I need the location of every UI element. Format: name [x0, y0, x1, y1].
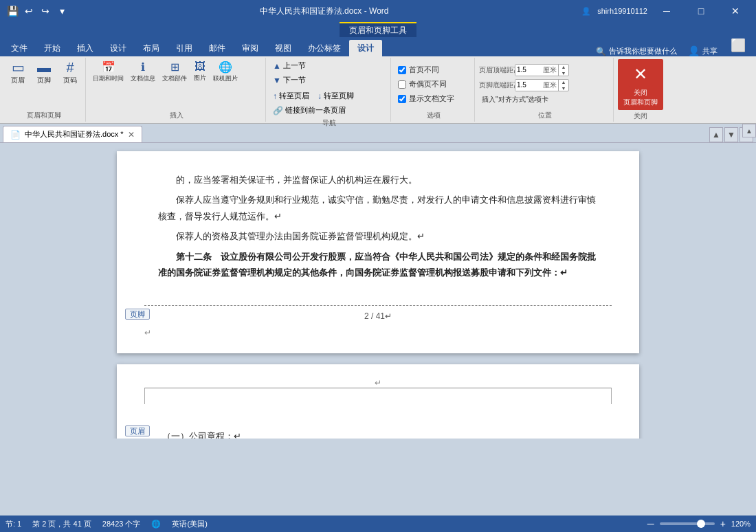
pagenum-button[interactable]: # 页码 [58, 59, 82, 87]
ribbon-tab-bar: 文件 开始 插入 设计 布局 引用 邮件 审阅 视图 办公标签 设计 🔍 告诉我… [0, 37, 756, 56]
diff-odd-even-checkbox[interactable] [398, 80, 406, 89]
share-button[interactable]: 👤 共享 [682, 45, 723, 56]
footer-pos-down[interactable]: ▼ [559, 85, 568, 91]
footer-wrapper-page1: 页脚 2 / 41↵ ↵ [117, 305, 639, 346]
maximize-button[interactable]: □ [686, 0, 716, 22]
scroll-up-button[interactable]: ▲ [709, 127, 723, 142]
goto-header-button[interactable]: ↑ 转至页眉 [270, 89, 312, 102]
tab-references[interactable]: 引用 [168, 40, 201, 56]
onlinepic-label: 联机图片 [213, 74, 238, 83]
header-pos-label: 页眉顶端距离： [479, 65, 513, 75]
show-text-check[interactable]: 显示文档文字 [395, 93, 457, 104]
close-button[interactable]: ✕ [720, 0, 751, 22]
link-prev-button[interactable]: 🔗 链接到前一条页眉 [270, 104, 348, 117]
tab-design[interactable]: 设计 [102, 40, 135, 56]
customize-icon[interactable]: ▾ [55, 4, 69, 18]
footer-icon: ▬ [37, 60, 51, 74]
group-header-footer-label: 页眉和页脚 [5, 111, 82, 120]
page2-center-mark: ↵ [117, 364, 639, 388]
quick-access-toolbar: 💾 ↩ ↪ ▾ [5, 4, 69, 18]
footer-pos-up[interactable]: ▲ [559, 79, 568, 85]
tab-design2[interactable]: 设计 [349, 40, 382, 56]
header-button[interactable]: ▭ 页眉 [5, 59, 30, 87]
insert-align-item[interactable]: 插入"对齐方式"选项卡 [479, 94, 551, 105]
redo-icon[interactable]: ↪ [38, 4, 52, 18]
goto-footer-button[interactable]: ↓ 转至页脚 [315, 89, 357, 102]
zoom-slider[interactable] [660, 522, 715, 525]
tab-file[interactable]: 文件 [3, 40, 36, 56]
footer-pos-arrows: ▲ ▼ [558, 79, 568, 91]
ribbon-expand-icon[interactable]: ⬜ [723, 34, 753, 56]
context-tab-bar: 页眉和页脚工具 [0, 22, 756, 37]
group-header-footer: ▭ 页眉 ▬ 页脚 # 页码 页眉和页脚 [3, 58, 86, 122]
footer-pos-spinner[interactable]: 厘米 ▲ ▼ [515, 79, 569, 91]
save-icon[interactable]: 💾 [5, 4, 19, 18]
page-status[interactable]: 第 2 页，共 41 页 [32, 519, 91, 529]
header-icon: ▭ [12, 60, 25, 74]
search-label[interactable]: 告诉我你想要做什么 [609, 46, 677, 56]
zoom-level[interactable]: 120% [731, 520, 751, 528]
header-pos-row: 页眉顶端距离： 厘米 ▲ ▼ [479, 64, 569, 76]
ribbon-collapse-button[interactable]: ▲ [742, 124, 756, 137]
tab-mailings[interactable]: 邮件 [201, 40, 234, 56]
group-position: 页眉顶端距离： 厘米 ▲ ▼ 页脚底端距离： 厘米 ▲ [476, 58, 614, 122]
docinfo-label: 文档信息 [131, 74, 155, 83]
diff-first-checkbox[interactable] [398, 66, 406, 74]
wordcount-status[interactable]: 28423 个字 [102, 519, 141, 529]
onlinepic-button[interactable]: 🌐 联机图片 [210, 59, 241, 85]
para-3: 保荐人的资格及其管理办法由国务院证券监督管理机构规定。↵ [158, 228, 598, 244]
footer-pos-input[interactable] [515, 80, 542, 91]
doc-tab[interactable]: 📄 中华人民共和国证券法.docx * ✕ [3, 126, 142, 142]
footer-button[interactable]: ▬ 页脚 [32, 59, 56, 87]
doc-tab-close-icon[interactable]: ✕ [128, 130, 135, 140]
picture-button[interactable]: 🖼 图片 [191, 59, 209, 84]
tab-layout[interactable]: 布局 [135, 40, 168, 56]
ribbon-area: ▭ 页眉 ▬ 页脚 # 页码 页眉和页脚 📅 日期和时间 ℹ 文档信息 [0, 56, 756, 124]
header-pos-up[interactable]: ▲ [559, 64, 568, 70]
prev-section-label: 上一节 [283, 60, 306, 71]
section-status[interactable]: 节: 1 [5, 519, 21, 529]
user-icon: 👤 [579, 4, 593, 18]
show-text-checkbox[interactable] [398, 95, 406, 103]
header-pos-down[interactable]: ▼ [559, 70, 568, 76]
footer-zone-page1[interactable]: 2 / 41↵ [144, 305, 612, 328]
header-box [144, 388, 612, 404]
tab-insert[interactable]: 插入 [69, 40, 102, 56]
zoom-minus-button[interactable]: ─ [647, 518, 654, 529]
tab-officetab[interactable]: 办公标签 [300, 40, 349, 56]
context-tab-header-footer[interactable]: 页眉和页脚工具 [340, 22, 416, 37]
footer-pos-row: 页脚底端距离： 厘米 ▲ ▼ [479, 79, 569, 91]
header-zone-page2[interactable]: （一）公司章程；↵ （二）发起人协议； [144, 425, 612, 439]
header-pos-spinner[interactable]: 厘米 ▲ ▼ [515, 64, 569, 76]
docparts-button[interactable]: ⊞ 文档部件 [159, 59, 190, 85]
diff-odd-even-label: 奇偶页不同 [409, 79, 447, 89]
language-status[interactable]: 英语(美国) [172, 519, 207, 529]
username-label: shirh19910112 [597, 7, 647, 15]
zoom-slider-thumb[interactable] [697, 520, 705, 528]
prev-section-button[interactable]: ▲ 上一节 [270, 59, 309, 72]
docinfo-button[interactable]: ℹ 文档信息 [128, 59, 158, 85]
close-header-footer-button[interactable]: ✕ 关闭页眉和页脚 [618, 59, 663, 110]
tab-view[interactable]: 视图 [267, 40, 300, 56]
para-1: 的，应当签署相关保证书，并监督保证人的机构运在履行大。 [158, 172, 598, 188]
undo-icon[interactable]: ↩ [22, 4, 36, 18]
show-text-label: 显示文档文字 [409, 93, 454, 104]
ribbon-search: 🔍 告诉我你想要做什么 [590, 46, 682, 56]
next-section-button[interactable]: ▼ 下一节 [270, 74, 309, 87]
diff-first-check[interactable]: 首页不同 [395, 64, 442, 76]
datetime-label: 日期和时间 [93, 74, 124, 83]
group-close-label: 关闭 [618, 111, 663, 121]
datetime-icon: 📅 [102, 60, 115, 74]
minimize-button[interactable]: ─ [652, 0, 682, 22]
footer-pos-unit: 厘米 [542, 80, 558, 90]
header-pos-input[interactable] [515, 65, 542, 76]
diff-odd-even-check[interactable]: 奇偶页不同 [395, 78, 449, 90]
tab-home[interactable]: 开始 [36, 40, 69, 56]
title-text: 中华人民共和国证券法.docx - Word [69, 5, 579, 17]
tab-review[interactable]: 审阅 [234, 40, 267, 56]
zoom-plus-button[interactable]: + [720, 518, 726, 529]
document-page-2: ↵ 页眉 （一）公司章程；↵ （二）发起人协议； [117, 364, 639, 439]
status-bar: 节: 1 第 2 页，共 41 页 28423 个字 🌐 英语(美国) ─ + … [0, 516, 756, 532]
datetime-button[interactable]: 📅 日期和时间 [90, 59, 126, 85]
scroll-down-button[interactable]: ▼ [724, 127, 738, 142]
